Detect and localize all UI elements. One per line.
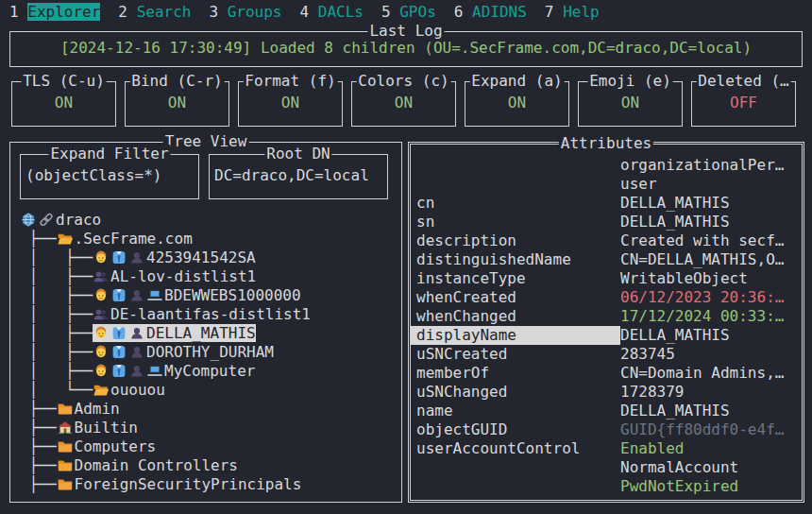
- menu-item-dacls[interactable]: 4 DACLs: [300, 3, 364, 22]
- attribute-row[interactable]: objectGUIDGUID{ff80ddf0-e4f…: [411, 420, 802, 439]
- tree-node[interactable]: ├──Builtin: [20, 419, 398, 437]
- attribute-row[interactable]: whenChanged17/12/2024 00:33:…: [411, 307, 802, 326]
- attribute-value: DELLA_MATHIS: [620, 402, 730, 420]
- menu-item-adidns[interactable]: 6 ADIDNS: [454, 3, 527, 22]
- toggle-emoji-e[interactable]: Emoji (e)ON: [578, 81, 683, 127]
- menu-item-search[interactable]: 2 Search: [118, 3, 191, 22]
- attribute-value: 283745: [620, 345, 675, 363]
- tree-node-content: DE-laantifas-distlist1: [93, 305, 311, 323]
- tree-node-content: 4253941542SA: [93, 248, 256, 266]
- attribute-name: sn: [411, 213, 620, 231]
- attribute-row[interactable]: user: [411, 175, 802, 194]
- attribute-row[interactable]: NormalAccount: [411, 458, 802, 477]
- tree-node[interactable]: │ ├──BDEWWEBS1000000: [20, 286, 398, 305]
- tree-node-label: .SecFrame.com: [75, 230, 193, 248]
- tree-branch-lines: ├──: [20, 400, 57, 418]
- tree-node-content: Computers: [57, 437, 157, 455]
- tree-branch-lines: ├──: [20, 437, 57, 455]
- tree-node[interactable]: │ ├──DE-laantifas-distlist1: [20, 305, 398, 324]
- tree-node-content: BDEWWEBS1000000: [93, 286, 301, 304]
- attribute-name: userAccountControl: [411, 439, 620, 458]
- attribute-row[interactable]: nameDELLA_MATHIS: [411, 402, 802, 420]
- open-folder-icon: [57, 231, 74, 247]
- attribute-row[interactable]: cnDELLA_MATHIS: [411, 194, 802, 213]
- last-log-panel: Last Log [2024-12-16 17:30:49] Loaded 8 …: [9, 31, 803, 67]
- expand-filter-box[interactable]: Expand Filter (objectClass=*): [20, 154, 199, 199]
- toggle-tls-c-u[interactable]: TLS (C-u)ON: [11, 81, 116, 127]
- tree-node[interactable]: │ ├──DOROTHY_DURHAM: [20, 343, 398, 362]
- toggle-colors-c[interactable]: Colors (c)ON: [351, 81, 456, 127]
- folder-icon: [57, 401, 74, 417]
- expand-filter-input[interactable]: (objectClass=*): [25, 166, 162, 185]
- menu-item-label: Search: [137, 3, 192, 21]
- attribute-row[interactable]: memberOfCN=Domain Admins,…: [411, 364, 802, 383]
- attribute-row[interactable]: snDELLA_MATHIS: [411, 213, 802, 231]
- toggle-format-f[interactable]: Format (f)ON: [238, 81, 343, 127]
- tree-node[interactable]: ├──Computers: [20, 437, 398, 456]
- link-icon: [38, 212, 55, 228]
- menu-item-groups[interactable]: 3 Groups: [209, 3, 281, 22]
- silhouette-icon: [128, 287, 145, 303]
- menu-item-label: Groups: [228, 3, 282, 21]
- attribute-row[interactable]: instanceTypeWritableObject: [411, 269, 802, 288]
- attribute-row[interactable]: uSNChanged1728379: [411, 383, 802, 402]
- toggle-title: Expand (a): [469, 72, 564, 91]
- toggle-expand-a[interactable]: Expand (a)ON: [465, 81, 569, 127]
- tree-node-label: ououou: [110, 381, 165, 399]
- person-icon: [93, 363, 110, 379]
- tree-node[interactable]: ├──.SecFrame.com: [20, 230, 398, 248]
- attribute-row[interactable]: distinguishedNameCN=DELLA_MATHIS,O…: [411, 250, 802, 269]
- tree-node-label: ForeignSecurityPrincipals: [75, 475, 302, 493]
- toggle-bind-c-r[interactable]: Bind (C-r)ON: [125, 81, 229, 127]
- last-log-message: [2024-12-16 17:30:49] Loaded 8 children …: [10, 39, 802, 58]
- tree-node[interactable]: ├──Domain Controllers: [20, 456, 398, 475]
- attribute-row[interactable]: uSNCreated283745: [411, 345, 802, 364]
- attribute-name: uSNChanged: [411, 383, 620, 402]
- tree-node[interactable]: │ ├──DELLA_MATHIS: [20, 324, 398, 343]
- tree-node[interactable]: │ ├──4253941542SA: [20, 248, 398, 267]
- attribute-name: memberOf: [411, 364, 620, 383]
- tree-node[interactable]: │ ├──AL-lov-distlist1: [20, 267, 398, 286]
- tree-node-content: draco: [20, 211, 101, 229]
- tree-node[interactable]: │ └──ououou: [20, 381, 398, 400]
- tree-branch-lines: ├──: [20, 456, 57, 474]
- tree-node-label: BDEWWEBS1000000: [164, 286, 301, 304]
- tree-branch-lines: ├──: [20, 475, 57, 493]
- tree-branch-lines: │ ├──: [20, 248, 93, 266]
- attribute-row[interactable]: displayNameDELLA_MATHIS: [411, 326, 802, 345]
- tree-node[interactable]: ├──ForeignSecurityPrincipals: [20, 475, 398, 494]
- tree-node-label: draco: [56, 211, 101, 229]
- tree-node[interactable]: │ ├──MyComputer: [20, 362, 398, 381]
- menu-item-help[interactable]: 7 Help: [545, 3, 600, 22]
- attribute-row[interactable]: whenCreated06/12/2023 20:36:…: [411, 288, 802, 307]
- attribute-value: PwdNotExpired: [620, 477, 738, 495]
- attribute-name: description: [411, 231, 620, 250]
- tree-node-content: AL-lov-distlist1: [93, 267, 256, 285]
- tree-branch-lines: ├──: [20, 230, 57, 248]
- root-dn-input[interactable]: DC=draco,DC=local: [214, 166, 369, 185]
- attribute-row[interactable]: organizationalPer…: [411, 156, 802, 175]
- attribute-row[interactable]: descriptionCreated with secf…: [411, 231, 802, 250]
- attribute-row[interactable]: PwdNotExpired: [411, 477, 802, 496]
- necktie-icon: [110, 325, 127, 341]
- attribute-value: GUID{ff80ddf0-e4f…: [620, 420, 784, 438]
- attribute-value: DELLA_MATHIS: [620, 213, 730, 231]
- laptop-icon: [146, 363, 163, 379]
- tree-branch-lines: │ ├──: [20, 305, 93, 323]
- menu-item-explorer[interactable]: 1 Explorer: [9, 3, 100, 22]
- tree-node[interactable]: draco: [20, 211, 398, 230]
- tree-node-content: DELLA_MATHIS: [93, 324, 256, 342]
- root-dn-box[interactable]: Root DN DC=draco,DC=local: [209, 154, 388, 199]
- silhouette-icon: [128, 363, 145, 379]
- attribute-value: DELLA_MATHIS: [620, 194, 730, 212]
- open-folder-icon: [93, 382, 110, 398]
- attributes-panel: Attributes organizationalPer…usercnDELLA…: [408, 142, 804, 503]
- tree-node[interactable]: ├──Admin: [20, 400, 398, 419]
- attribute-row[interactable]: userAccountControlEnabled: [411, 439, 802, 458]
- tree-node-label: DE-laantifas-distlist1: [110, 305, 311, 323]
- menu-item-gpos[interactable]: 5 GPOs: [381, 3, 436, 22]
- tree-node-content: DOROTHY_DURHAM: [93, 343, 274, 361]
- menu-item-number: 5: [381, 3, 391, 21]
- toggle-deleted[interactable]: Deleted (…OFF: [691, 81, 796, 127]
- attribute-value: 1728379: [620, 383, 684, 401]
